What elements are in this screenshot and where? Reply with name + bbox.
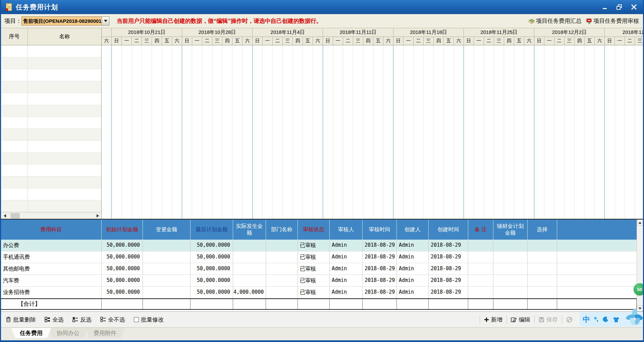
expense-row[interactable]: 业务招待费50,000.000050,000.00004,000.0000已审核… <box>1 287 637 298</box>
task-row[interactable] <box>1 69 101 81</box>
task-row[interactable] <box>1 57 101 69</box>
expense-row[interactable]: 其他邮电费50,000.000050,000.0000已审核Admin2018-… <box>1 263 637 275</box>
total-cell <box>102 299 143 309</box>
vertical-scrollbar[interactable] <box>637 219 643 311</box>
horizontal-scrollbar[interactable] <box>1 212 101 219</box>
gantt-day-header: 六 <box>454 37 464 45</box>
chevron-down-icon[interactable] <box>102 17 109 25</box>
expense-row[interactable]: 手机通讯费50,000.000050,000.0000已审核Admin2018-… <box>1 251 637 263</box>
task-row[interactable] <box>1 141 101 153</box>
column-header[interactable]: 辅材金计划金额 <box>493 219 528 240</box>
column-header[interactable]: 变更金额 <box>143 219 191 240</box>
task-row[interactable] <box>1 188 101 200</box>
ime-moon-icon[interactable] <box>603 316 609 323</box>
task-row[interactable] <box>1 153 101 165</box>
bottom-toolbar: 批量删除 全选 反选 <box>1 311 643 327</box>
column-header[interactable]: 备 注 <box>468 219 493 240</box>
task-row[interactable] <box>1 117 101 129</box>
scroll-left-icon[interactable] <box>1 212 8 219</box>
restore-button[interactable] <box>616 4 622 10</box>
task-row[interactable] <box>1 105 101 117</box>
gantt-day-header: 一 <box>263 37 273 45</box>
column-header[interactable]: 审核人 <box>330 219 363 240</box>
task-list-panel: 序号 名称 <box>1 28 102 219</box>
expense-row[interactable]: 汽车费50,000.000050,000.0000已审核Admin2018-08… <box>1 275 637 287</box>
task-row[interactable] <box>1 129 101 141</box>
column-header[interactable]: 部门名称 <box>266 219 298 240</box>
expense-cell <box>468 263 493 275</box>
task-list-rows <box>1 45 101 212</box>
task-row[interactable] <box>1 177 101 189</box>
project-combobox[interactable]: 售前项目(OPENAP2018-082900010<号 <box>21 16 109 26</box>
column-header-seq[interactable]: 序号 <box>1 28 28 45</box>
column-header[interactable]: 实际发生金额 <box>233 219 266 240</box>
task-row[interactable] <box>1 200 101 212</box>
task-row[interactable] <box>1 45 101 57</box>
task-name-cell <box>28 200 101 212</box>
link-expense-audit[interactable]: 项目任务费用审核 <box>586 17 639 25</box>
task-name-cell <box>28 57 101 69</box>
checkbox-icon[interactable] <box>134 317 139 322</box>
gantt-day-column <box>243 45 253 219</box>
column-header[interactable]: 审核状态 <box>298 219 330 240</box>
ime-skin-icon[interactable] <box>613 317 620 323</box>
expense-cell: 50,000.0000 <box>102 287 143 298</box>
permission-warning-text: 当前用户只能编辑自己创建的数据，做“编辑”操作时，请选中自己创建的数据行。 <box>117 17 322 25</box>
batch-delete-button[interactable]: 批量删除 <box>6 316 36 324</box>
expense-cell: 其他邮电费 <box>1 263 102 275</box>
gantt-day-column <box>182 45 192 219</box>
gantt-day-header: 三 <box>424 37 434 45</box>
expense-cell-filler <box>557 240 637 251</box>
expense-cell-filler <box>557 287 637 298</box>
column-header[interactable]: 最后计划金额 <box>191 219 233 240</box>
expense-row[interactable]: 办公费50,000.000050,000.0000已审核Admin2018-08… <box>1 240 637 251</box>
cancel-button[interactable] <box>566 316 573 323</box>
task-row[interactable] <box>1 81 101 93</box>
gantt-day-header: 四 <box>575 37 585 45</box>
column-header[interactable]: 初始计划金额 <box>102 219 143 240</box>
expense-cell: Admin <box>397 263 429 275</box>
batch-edit-checkbox[interactable]: 批量修改 <box>134 316 164 324</box>
expense-cell: 50,000.0000 <box>191 251 233 263</box>
select-none-button[interactable]: 全不选 <box>100 316 125 324</box>
scroll-up-icon[interactable] <box>637 219 643 226</box>
ime-punctuation-icon[interactable] <box>594 317 599 322</box>
minimize-button[interactable] <box>602 4 608 10</box>
select-all-button[interactable]: 全选 <box>45 316 64 324</box>
column-header[interactable]: 创建时间 <box>429 219 468 240</box>
link-expense-summary[interactable]: 项目任务费用汇总 <box>528 17 582 25</box>
scrollbar-thumb[interactable] <box>10 213 20 218</box>
add-button[interactable]: 新增 <box>484 316 502 324</box>
task-seq-cell <box>1 188 28 200</box>
total-cell <box>330 299 363 309</box>
edit-button[interactable]: 编辑 <box>511 316 530 324</box>
column-header[interactable]: 审核时间 <box>363 219 397 240</box>
tab-inactive[interactable]: 协同办公 <box>48 328 88 338</box>
gantt-timeline: 2018年10月21日2018年10月28日2018年11月4日2018年11月… <box>102 28 643 219</box>
close-icon[interactable] <box>631 4 637 10</box>
gantt-day-column <box>202 45 212 219</box>
gantt-week-header: 2018年10月28日 <box>182 28 253 37</box>
tab-inactive[interactable]: 费用附件 <box>85 328 125 338</box>
total-cell <box>191 299 233 309</box>
invert-select-button[interactable]: 反选 <box>72 316 92 324</box>
column-header-name[interactable]: 名称 <box>28 28 101 45</box>
column-header[interactable]: 费用科目 <box>1 219 102 240</box>
column-header[interactable]: 创建人 <box>397 219 429 240</box>
ime-logo-flower-icon[interactable] <box>625 307 644 328</box>
gantt-day-header: 日 <box>393 37 404 45</box>
tab-active[interactable]: 任务费用 <box>11 328 51 338</box>
task-row[interactable] <box>1 164 101 177</box>
task-row[interactable] <box>1 93 101 105</box>
expense-cell <box>266 251 298 263</box>
save-button[interactable]: 保存 <box>539 316 558 324</box>
column-header[interactable]: 选择 <box>528 219 557 240</box>
expense-cell: 2018-08-29 <box>363 275 397 287</box>
task-seq-cell <box>1 69 28 81</box>
ime-language-toggle[interactable]: 中 <box>583 316 590 323</box>
expense-cell: 汽车费 <box>1 275 102 287</box>
floating-badge[interactable]: 50 <box>634 283 643 295</box>
expense-cell: Admin <box>330 275 363 287</box>
task-name-cell <box>28 81 101 93</box>
scroll-right-icon[interactable] <box>94 212 101 219</box>
